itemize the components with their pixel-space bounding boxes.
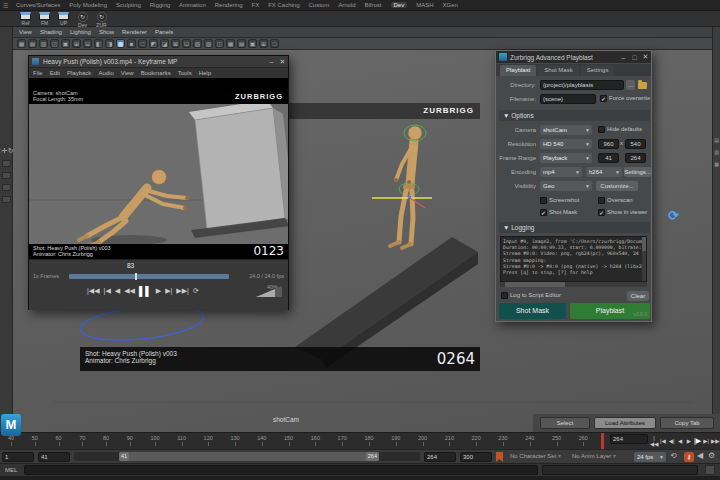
shelf-tab[interactable]: Bifrost (365, 2, 382, 8)
transport-button[interactable]: ▶ (156, 287, 161, 295)
set-key-icon[interactable] (496, 452, 503, 462)
log-vertical-scrollbar[interactable] (642, 237, 646, 281)
player-menu-item[interactable]: Playback (67, 70, 91, 76)
transport-button[interactable]: ▌▌ (139, 286, 152, 296)
speed-frames-label[interactable]: 1x Frames (33, 273, 59, 279)
player-timeline[interactable] (69, 274, 229, 279)
panel-menu-item[interactable]: Lighting (70, 29, 91, 35)
transport-button[interactable]: ◀◀ (124, 287, 135, 295)
panel-menu-item[interactable]: Shading (40, 29, 62, 35)
shelf-button[interactable]: UP (56, 12, 71, 26)
anim-layer-dropdown[interactable]: No Anim Layer ▾ (572, 450, 616, 462)
viewport-toolbar-icon[interactable]: □ (270, 39, 279, 48)
viewport-toolbar-icon[interactable]: ◪ (160, 39, 169, 48)
shot-mask-button[interactable]: Shot Mask (499, 303, 566, 319)
customize-visibility-button[interactable]: Customize... (596, 181, 638, 191)
shelf-tab[interactable]: Poly Modeling (69, 2, 107, 8)
log-output[interactable]: Input #0, image2, from 'C:/Users/czurbri… (500, 236, 647, 282)
anim-start-field[interactable] (2, 452, 34, 462)
viewport-toolbar-icon[interactable]: ◫ (50, 39, 59, 48)
shelf-button[interactable]: Ref (18, 12, 33, 26)
player-title-bar[interactable]: Heavy Push (Polish) v003.mp4 - Keyframe … (29, 56, 288, 68)
viewport-toolbar-icon[interactable]: ▦ (17, 39, 26, 48)
camera-dropdown[interactable]: shotCam▼ (540, 125, 592, 135)
viewport-toolbar-icon[interactable]: ◧ (94, 39, 103, 48)
character-set-dropdown[interactable]: No Character Set ▾ (510, 450, 561, 462)
minimize-button[interactable]: – (618, 54, 629, 61)
playback-start-field[interactable] (38, 452, 70, 462)
viewport-toolbar-icon[interactable]: ◨ (105, 39, 114, 48)
panel-tab-icon[interactable]: ▥ (714, 149, 719, 155)
anim-end-field[interactable] (460, 452, 492, 462)
directory-field[interactable] (540, 80, 624, 90)
range-slider-active[interactable]: 41 264 (119, 452, 379, 461)
viewport-toolbar-icon[interactable]: ⊟ (83, 39, 92, 48)
viewport-toolbar-icon[interactable]: ▩ (116, 39, 125, 48)
playback-button[interactable]: ▶ (685, 438, 693, 444)
viewport-toolbar-icon[interactable]: ◫ (215, 39, 224, 48)
visibility-dropdown[interactable]: Geo▼ (540, 181, 592, 191)
panel-menu-item[interactable]: Panels (155, 29, 173, 35)
panel-menu-item[interactable]: View (19, 29, 32, 35)
minimize-button[interactable]: – (266, 58, 277, 65)
video-area[interactable]: Camera: shotCam Focal Length: 35mm ZURBR… (29, 78, 288, 259)
folder-icon[interactable] (638, 82, 647, 89)
viewport-toolbar-icon[interactable]: ⊠ (171, 39, 180, 48)
layout-button[interactable] (2, 184, 11, 191)
show-in-viewer-checkbox[interactable]: ✓ (598, 209, 605, 216)
logging-section-header[interactable]: ▼ Logging (499, 222, 650, 233)
playback-button[interactable]: |▶ (694, 437, 702, 445)
player-menu-item[interactable]: Tools (178, 70, 192, 76)
mel-label[interactable]: MEL (5, 467, 17, 473)
player-menu-item[interactable]: View (121, 70, 134, 76)
command-line-input[interactable] (24, 465, 538, 475)
shelf-tab[interactable]: Arnold (338, 2, 355, 8)
viewport-toolbar-icon[interactable]: □ (138, 39, 147, 48)
viewport-toolbar-icon[interactable]: ▤ (28, 39, 37, 48)
panel-menu-item[interactable]: Show (99, 29, 114, 35)
viewport-toolbar-icon[interactable]: ▥ (39, 39, 48, 48)
tab-shot-mask[interactable]: Shot Mask (538, 65, 578, 76)
close-button[interactable]: ✕ (640, 53, 651, 61)
encoder-settings-button[interactable]: Settings... (624, 167, 651, 177)
resolution-width-field[interactable] (598, 139, 619, 149)
frame-start-field[interactable] (598, 153, 619, 163)
shelf-tab[interactable]: Rigging (150, 2, 170, 8)
load-attributes-button[interactable]: Load Attributes (594, 417, 656, 429)
frame-end-field[interactable] (625, 153, 646, 163)
container-dropdown[interactable]: mp4▼ (540, 167, 582, 177)
mannequin-rig[interactable] (390, 125, 426, 248)
viewport-toolbar-icon[interactable]: ⊡ (182, 39, 191, 48)
player-menu-item[interactable]: File (33, 70, 43, 76)
player-menu-item[interactable]: Help (199, 70, 211, 76)
playback-button[interactable]: ▶▶| (711, 438, 719, 444)
playback-button[interactable]: ◀| (668, 438, 676, 444)
panel-tab-icon[interactable]: ▦ (714, 161, 719, 167)
shelf-tab[interactable]: Sculpting (116, 2, 141, 8)
current-frame-field[interactable] (610, 434, 648, 444)
playback-button[interactable]: |◀◀ (650, 435, 658, 447)
range-end-handle[interactable]: 264 (366, 452, 379, 461)
player-menu-item[interactable]: Audio (98, 70, 113, 76)
shelf-tab-dev-active[interactable]: Dev (391, 2, 408, 8)
viewport-toolbar-icon[interactable]: ▦ (226, 39, 235, 48)
player-menu-item[interactable]: Edit (50, 70, 60, 76)
fps-dropdown[interactable]: 24 fps▼ (634, 452, 666, 462)
panel-tab-icon[interactable]: ▤ (714, 137, 719, 143)
shelf-tab[interactable]: Rendering (215, 2, 243, 8)
resolution-height-field[interactable] (625, 139, 646, 149)
playback-end-field[interactable] (424, 452, 456, 462)
shelf-tab[interactable]: MASH (416, 2, 433, 8)
playback-button[interactable]: ◀ (676, 438, 684, 444)
viewport-toolbar-icon[interactable]: ■ (127, 39, 136, 48)
viewport-toolbar-icon[interactable]: ▨ (204, 39, 213, 48)
shelf-tab[interactable]: FX Caching (268, 2, 299, 8)
scrollbar-thumb[interactable] (642, 237, 646, 251)
overscan-checkbox[interactable] (598, 197, 605, 204)
script-editor-icon[interactable] (705, 465, 715, 475)
shot-mask-checkbox[interactable]: ✓ (540, 209, 547, 216)
tab-settings[interactable]: Settings (581, 65, 615, 76)
sync-icon[interactable]: ⟳ (668, 208, 679, 223)
scrollbar-thumb[interactable] (505, 282, 565, 287)
player-menu-item[interactable]: Bookmarks (141, 70, 171, 76)
